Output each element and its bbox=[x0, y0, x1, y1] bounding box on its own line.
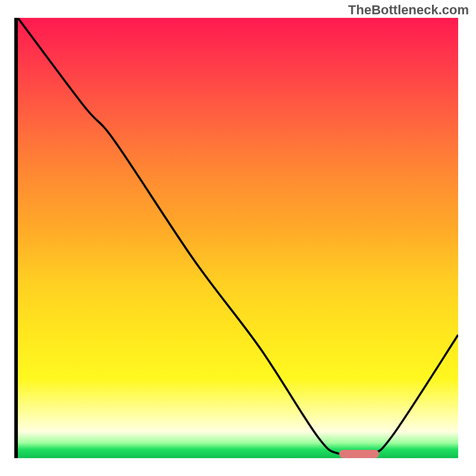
watermark-text: TheBottleneck.com bbox=[348, 2, 469, 18]
optimal-range-marker bbox=[339, 450, 379, 458]
bottleneck-curve bbox=[18, 18, 458, 458]
plot-area bbox=[18, 18, 458, 458]
